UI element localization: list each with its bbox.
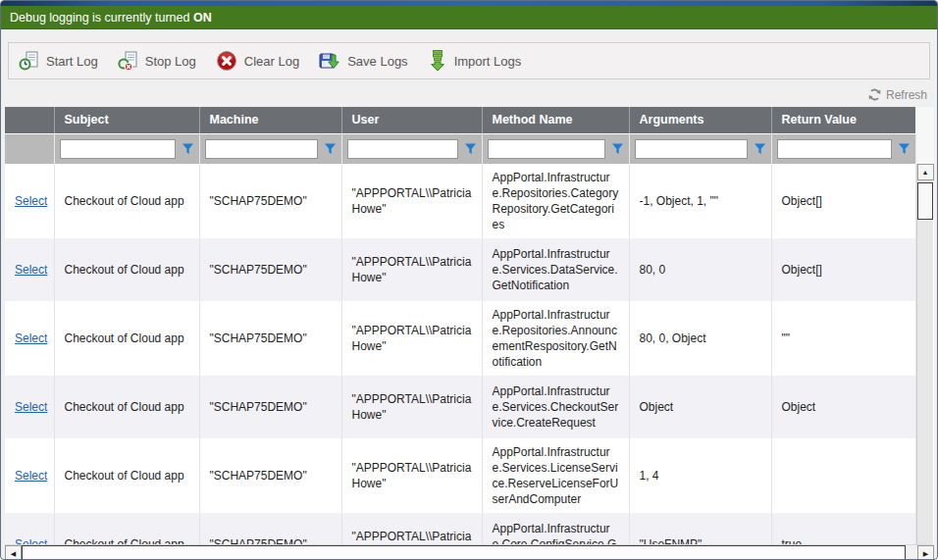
select-link[interactable]: Select [15,194,47,208]
cell-subject: Checkout of Cloud app [54,376,199,438]
column-header-user[interactable]: User [341,107,482,133]
import-logs-icon [428,50,447,72]
log-row: Select Checkout of Cloud app "SCHAP75DEM… [5,301,915,376]
filter-input-arguments[interactable] [635,139,748,159]
log-row: Select Checkout of Cloud app "SCHAP75DEM… [5,438,915,513]
start-log-icon [19,51,39,71]
save-logs-label: Save Logs [347,54,407,69]
horizontal-scrollbar[interactable]: ◀ ▶ [5,544,934,560]
cell-method-name: AppPortal.Infrastructure.Repositories.An… [482,301,629,376]
scroll-right-button[interactable]: ▶ [917,545,934,560]
debug-log-window: Debug logging is currently turned ON Sta… [0,0,938,560]
cell-user: "APPPORTAL\\PatriciaHowe" [341,513,482,544]
filter-input-subject[interactable] [60,139,176,159]
filter-icon[interactable] [464,143,477,155]
filter-icon[interactable] [182,143,194,155]
filter-input-method-name[interactable] [488,139,605,159]
select-link[interactable]: Select [15,263,47,277]
cell-return-value: "" [771,301,915,376]
filter-icon[interactable] [611,143,624,155]
cell-arguments: "UseFNMP" [629,513,771,544]
cell-machine: "SCHAP75DEMO" [199,301,341,376]
filter-input-return-value[interactable] [777,139,892,159]
select-link[interactable]: Select [15,469,47,483]
clear-log-label: Clear Log [244,54,299,69]
log-row: Select Checkout of Cloud app "SCHAP75DEM… [5,238,915,301]
cell-user: "APPPORTAL\\PatriciaHowe" [341,238,482,301]
save-logs-button[interactable]: Save Logs [319,50,407,72]
save-logs-icon [319,50,340,72]
cell-machine: "SCHAP75DEMO" [199,438,341,513]
scroll-left-button[interactable]: ◀ [5,545,22,560]
cell-return-value: Object[] [771,238,915,301]
stop-log-icon [118,51,138,71]
cell-user: "APPPORTAL\\PatriciaHowe" [341,301,482,376]
filter-icon[interactable] [324,143,337,155]
scroll-up-button[interactable]: ▲ [917,164,934,180]
cell-method-name: AppPortal.Infrastructure.Core.ConfigServ… [482,513,629,544]
log-grid: Subject Machine User Method Name Argumen… [5,107,934,544]
clear-log-button[interactable]: Clear Log [216,50,299,72]
column-header-return-value[interactable]: Return Value [771,107,915,133]
filter-row [5,133,915,164]
cell-user: "APPPORTAL\\PatriciaHowe" [341,438,482,513]
clear-log-icon [216,50,237,72]
cell-method-name: AppPortal.Infrastructure.Repositories.Ca… [482,164,629,238]
select-link[interactable]: Select [15,537,47,544]
select-link[interactable]: Select [15,400,47,414]
start-log-button[interactable]: Start Log [19,51,98,71]
stop-log-label: Stop Log [145,54,196,69]
log-toolbar: Start Log Stop Log Clear Log [8,42,930,79]
refresh-icon [868,88,881,101]
debug-status-banner: Debug logging is currently turned ON [1,6,937,29]
cell-method-name: AppPortal.Infrastructure.Services.DataSe… [482,238,629,301]
cell-subject: Checkout of Cloud app [54,438,199,513]
cell-return-value [771,438,915,513]
log-rows-table: Select Checkout of Cloud app "SCHAP75DEM… [5,164,916,544]
cell-user: "APPPORTAL\\PatriciaHowe" [341,164,482,238]
cell-arguments: Object [629,376,771,438]
cell-return-value: true [771,513,915,544]
cell-arguments: -1, Object, 1, "" [629,164,771,238]
stop-log-button[interactable]: Stop Log [118,51,196,71]
cell-arguments: 80, 0 [629,238,771,301]
vertical-scrollbar[interactable]: ▲ [916,164,933,544]
banner-status: ON [193,11,212,25]
import-logs-button[interactable]: Import Logs [428,50,522,72]
filter-cell-blank [5,133,54,164]
log-grid-header: Subject Machine User Method Name Argumen… [5,107,916,164]
import-logs-label: Import Logs [454,54,522,69]
cell-method-name: AppPortal.Infrastructure.Services.Licens… [482,438,629,513]
select-link[interactable]: Select [15,331,47,345]
refresh-button[interactable]: Refresh [868,88,927,102]
cell-return-value: Object [771,376,915,438]
cell-return-value: Object[] [771,164,915,238]
column-header-subject[interactable]: Subject [54,107,199,133]
column-header-select [5,107,54,133]
cell-arguments: 1, 4 [629,438,771,513]
banner-message: Debug logging is currently turned [10,11,189,25]
filter-input-machine[interactable] [205,139,318,159]
log-row: Select Checkout of Cloud app "SCHAP75DEM… [5,164,915,238]
refresh-row: Refresh [1,87,927,105]
cell-machine: "SCHAP75DEMO" [199,164,341,238]
cell-subject: Checkout of Cloud app [54,301,199,376]
column-header-arguments[interactable]: Arguments [629,107,771,133]
vertical-scroll-thumb[interactable] [917,182,933,220]
filter-input-user[interactable] [347,139,458,159]
refresh-label: Refresh [886,88,927,102]
cell-machine: "SCHAP75DEMO" [199,513,341,544]
filter-icon[interactable] [898,143,911,155]
log-row: Select Checkout of Cloud app "SCHAP75DEM… [5,513,915,544]
column-header-machine[interactable]: Machine [199,107,341,133]
filter-icon[interactable] [754,143,766,155]
column-header-method-name[interactable]: Method Name [482,107,629,133]
log-rows-viewport: Select Checkout of Cloud app "SCHAP75DEM… [5,164,934,544]
cell-machine: "SCHAP75DEMO" [199,376,341,438]
header-row: Subject Machine User Method Name Argumen… [5,107,915,133]
cell-method-name: AppPortal.Infrastructure.Services.Checko… [482,376,629,438]
horizontal-scroll-thumb[interactable] [22,545,906,560]
cell-subject: Checkout of Cloud app [54,513,199,544]
cell-subject: Checkout of Cloud app [54,164,199,238]
cell-machine: "SCHAP75DEMO" [199,238,341,301]
